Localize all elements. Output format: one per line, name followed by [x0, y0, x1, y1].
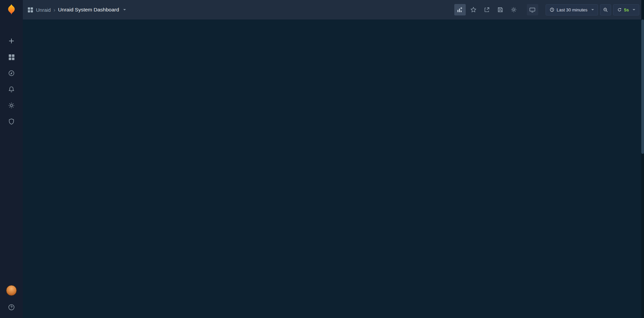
caret-down-icon[interactable] [123, 9, 126, 10]
time-range-picker[interactable]: Last 30 minutes [546, 4, 598, 15]
dashboard-title[interactable]: Unraid System Dashboard [58, 7, 119, 13]
refresh-interval: 5s [624, 7, 629, 12]
configuration-gear-icon[interactable] [4, 99, 19, 112]
dashboard: kWh Price 0.65 Currency kr UPS Max Outpu… [23, 19, 32, 24]
add-panel-button[interactable] [454, 4, 466, 15]
scrollbar-thumb[interactable] [641, 19, 644, 154]
zoom-out-button[interactable] [600, 4, 611, 15]
dashboard-settings-gear-icon[interactable] [508, 4, 519, 15]
search-minus-icon [603, 7, 608, 12]
chevron-right-icon: › [53, 7, 55, 13]
caret-down-icon [633, 9, 635, 10]
caret-down-icon [591, 9, 594, 10]
tv-kiosk-icon[interactable] [527, 4, 538, 15]
share-button[interactable] [481, 4, 493, 15]
breadcrumb: Unraid › Unraid System Dashboard [28, 7, 126, 13]
star-button[interactable] [468, 4, 479, 15]
save-button[interactable] [495, 4, 506, 15]
create-plus-icon[interactable] [4, 34, 19, 48]
server-admin-shield-icon[interactable] [4, 115, 19, 128]
clock-icon [550, 7, 554, 12]
sidebar-nav [4, 34, 19, 128]
page-scrollbar[interactable] [641, 0, 644, 318]
breadcrumb-folder[interactable]: Unraid [36, 7, 51, 13]
user-avatar[interactable] [6, 285, 17, 296]
sidebar [0, 0, 23, 318]
help-icon[interactable] [4, 302, 19, 313]
alerting-bell-icon[interactable] [4, 83, 19, 96]
dashboards-icon[interactable] [4, 50, 19, 64]
refresh-icon [617, 7, 622, 12]
navbar: Unraid › Unraid System Dashboard Last 30… [23, 0, 644, 19]
apps-grid-icon [28, 7, 33, 13]
refresh-button[interactable]: 5s [613, 4, 639, 15]
explore-compass-icon[interactable] [4, 66, 19, 80]
grafana-logo-icon[interactable] [0, 0, 23, 19]
